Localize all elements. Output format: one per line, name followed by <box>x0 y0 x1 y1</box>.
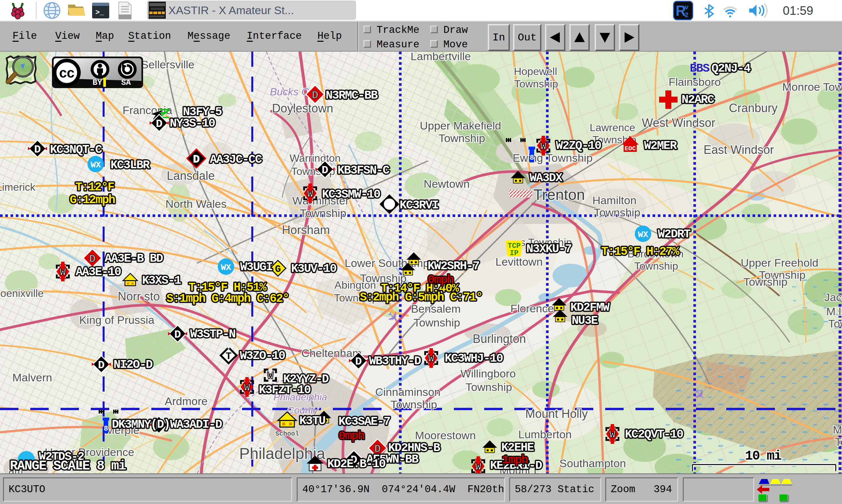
svg-text:hoenixville: hoenixville <box>0 287 44 299</box>
svg-text:KC3SAE-7: KC3SAE-7 <box>338 415 390 428</box>
svg-text:W2DRT: W2DRT <box>658 228 691 241</box>
svg-text:Hamilton: Hamilton <box>592 194 637 206</box>
svg-text:Levittown: Levittown <box>495 255 543 268</box>
svg-text:Moorestown: Moorestown <box>415 429 476 442</box>
svg-text:KC3NQT-C: KC3NQT-C <box>50 143 102 157</box>
svg-text:KC2QVT-10: KC2QVT-10 <box>625 428 683 441</box>
svg-text:King of Prussia: King of Prussia <box>79 314 155 326</box>
svg-text:NI2O-D: NI2O-D <box>113 358 153 372</box>
svg-text:0mph: 0mph <box>428 273 453 287</box>
svg-text:KC3SMW-10: KC3SMW-10 <box>322 188 380 201</box>
svg-text:Burlington: Burlington <box>473 332 526 345</box>
svg-text:Towrship: Towrship <box>743 275 787 288</box>
svg-text:Lambertville: Lambertville <box>411 52 471 62</box>
svg-text:Limerick: Limerick <box>0 181 36 193</box>
svg-text:Doylestown: Doylestown <box>272 102 333 115</box>
svg-text:T:12°F: T:12°F <box>75 180 114 194</box>
svg-text:KW2SRH-7: KW2SRH-7 <box>428 259 479 273</box>
svg-text:Township: Township <box>413 316 460 329</box>
svg-text:v: v <box>685 3 689 11</box>
svg-text:To: To <box>835 436 842 448</box>
svg-text:East Windsor: East Windsor <box>703 143 774 157</box>
svg-text:Monroe Town: Monroe Town <box>782 80 842 93</box>
svg-text:Ardmore: Ardmore <box>165 395 208 407</box>
svg-text:KC3WHJ-10: KC3WHJ-10 <box>445 352 503 365</box>
svg-text:cc: cc <box>59 65 75 80</box>
svg-text:Bucks C: Bucks C <box>270 86 309 98</box>
svg-text:Mount Holly: Mount Holly <box>525 407 588 420</box>
svg-text:W2MER: W2MER <box>644 139 677 152</box>
svg-text:AA3JC-CC: AA3JC-CC <box>210 153 262 166</box>
svg-text:Flainsboro: Flainsboro <box>669 76 721 88</box>
svg-text:Ewing Township: Ewing Township <box>513 151 592 164</box>
svg-text:W3STP-N: W3STP-N <box>190 327 235 341</box>
svg-text:NU3E: NU3E <box>572 314 598 327</box>
svg-text:KD2FMW: KD2FMW <box>570 301 610 314</box>
svg-text:M llst: M llst <box>826 305 842 318</box>
svg-text:Norr sto: Norr sto <box>118 290 160 303</box>
svg-text:W3ZO-10: W3ZO-10 <box>240 349 285 363</box>
svg-text:1mph: 1mph <box>502 453 528 467</box>
svg-text:Trenton: Trenton <box>534 186 585 203</box>
svg-text:West Windsor: West Windsor <box>642 116 715 129</box>
svg-text:KB3FSN-C: KB3FSN-C <box>338 164 390 177</box>
svg-text:Horsham: Horsham <box>282 223 330 237</box>
svg-text:Southampton: Southampton <box>559 457 626 469</box>
svg-text:DK3MNY(D): DK3MNY(D) <box>112 418 170 431</box>
svg-text:K3TU: K3TU <box>299 414 325 428</box>
svg-text:Sellersville: Sellersville <box>141 58 195 71</box>
svg-text:Willingboro: Willingboro <box>461 367 516 380</box>
svg-text:D: D <box>193 153 200 166</box>
svg-text:Lansdale: Lansdale <box>167 169 215 182</box>
svg-text:Township: Township <box>594 206 640 219</box>
svg-text:Township: Township <box>438 132 485 144</box>
svg-text:K3XS-1: K3XS-1 <box>142 274 181 287</box>
svg-text:Township: Township <box>465 381 512 393</box>
svg-text:2: 2 <box>685 11 688 18</box>
svg-text:School: School <box>275 430 299 437</box>
svg-text:Cranbury: Cranbury <box>729 101 777 115</box>
svg-text:Q2NJ-4: Q2NJ-4 <box>712 62 751 75</box>
svg-text:Lumberton: Lumberton <box>518 428 572 440</box>
svg-text:Township: Township <box>514 78 558 90</box>
svg-text:K3UV-10: K3UV-10 <box>291 262 337 275</box>
svg-text:KD2E.B-10: KD2E.B-10 <box>327 457 386 471</box>
svg-text:>_: >_ <box>95 8 104 17</box>
svg-text:T:15°F H:27%: T:15°F H:27% <box>601 245 680 258</box>
svg-text:K2EHE: K2EHE <box>501 441 534 454</box>
svg-text:Lawrence: Lawrence <box>590 122 635 133</box>
svg-text:Newtown: Newtown <box>424 178 470 190</box>
svg-text:WA3ADI-D: WA3ADI-D <box>170 418 222 431</box>
svg-text:BBS: BBS <box>690 62 710 75</box>
svg-text:Towns: Towns <box>828 317 842 330</box>
svg-text:Cinnaminson: Cinnaminson <box>375 386 441 398</box>
svg-text:KC3RVI: KC3RVI <box>400 199 438 212</box>
svg-text:WA3DX: WA3DX <box>530 171 562 185</box>
svg-text:Township: Township <box>634 260 678 272</box>
svg-text:W: W <box>267 370 274 382</box>
svg-text:Upper Freehold: Upper Freehold <box>741 256 818 269</box>
svg-text:K3FZT-10: K3FZT-10 <box>259 383 310 397</box>
svg-text:Township: Township <box>390 398 437 411</box>
svg-text:Upper Makefield: Upper Makefield <box>420 119 501 132</box>
svg-text:Jac: Jac <box>824 291 842 303</box>
svg-text:R: R <box>676 3 686 19</box>
svg-text:RANGE SCALE 8 mi: RANGE SCALE 8 mi <box>10 458 126 473</box>
svg-text:N3RMC-BB: N3RMC-BB <box>326 89 378 102</box>
svg-text:NY3S-10: NY3S-10 <box>170 117 215 130</box>
svg-text:Bensalem: Bensalem <box>411 303 461 315</box>
svg-text:01:59: 01:59 <box>783 4 813 17</box>
svg-text:W2ZQ-10: W2ZQ-10 <box>556 139 601 152</box>
svg-text:Florence: Florence <box>510 302 554 314</box>
svg-text:S:2mph G:5mph C:71°: S:2mph G:5mph C:71° <box>360 291 482 304</box>
svg-text:WB3THY-D: WB3THY-D <box>369 355 421 368</box>
svg-text:SA: SA <box>121 78 131 87</box>
svg-text:Hopewell: Hopewell <box>514 66 557 77</box>
svg-text:AA3E-B BD: AA3E-B BD <box>105 252 163 265</box>
svg-text:W3UGI: W3UGI <box>240 260 272 274</box>
svg-text:North Wales: North Wales <box>165 198 227 210</box>
svg-text:0mph: 0mph <box>338 429 364 443</box>
svg-text:N2ARC: N2ARC <box>681 93 714 107</box>
svg-text:Township: Township <box>300 207 346 219</box>
svg-text:Warrington: Warrington <box>289 152 340 164</box>
